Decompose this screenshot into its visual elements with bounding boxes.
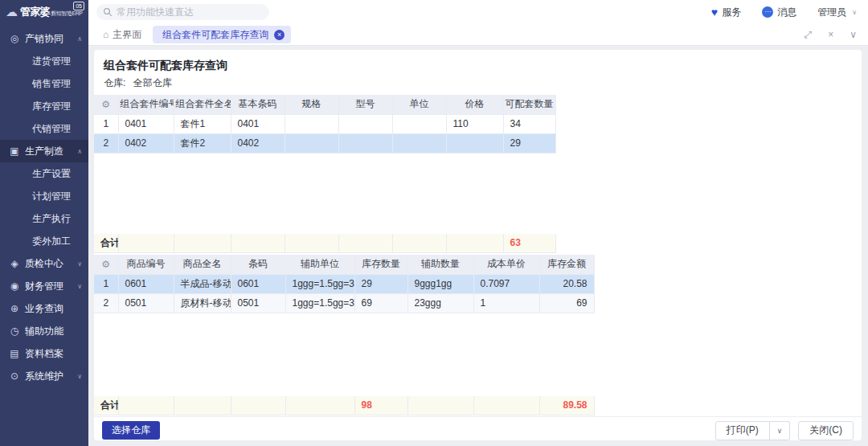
cell-price[interactable] xyxy=(446,133,503,153)
cell-model[interactable] xyxy=(338,133,392,153)
cell-stock-amount[interactable]: 20.58 xyxy=(539,274,594,293)
sidebar-section-quality-center[interactable]: ◈ 质检中心 ∨ xyxy=(0,252,88,275)
tab-kit-inventory-query[interactable]: 组合套件可配套库存查询 × xyxy=(153,26,291,43)
minimize-icon[interactable]: ∨ xyxy=(850,29,857,40)
row-index[interactable]: 2 xyxy=(94,133,118,153)
row-index[interactable]: 1 xyxy=(94,274,118,293)
detail-table-row-selected[interactable]: 1 0601 半成品-移动 0601 1ggg=1.5gg=3g 29 9ggg… xyxy=(94,274,594,293)
sidebar-nav: ◎ 产销协同 ∧ 进货管理 销售管理 库存管理 代销管理 ▣ 生产制造 ∧ 生产… xyxy=(0,27,88,387)
row-index[interactable]: 1 xyxy=(94,114,118,133)
sidebar-item-plan-mgmt[interactable]: 计划管理 xyxy=(0,185,88,207)
sidebar-item-purchase-mgmt[interactable]: 进货管理 xyxy=(0,50,88,72)
sidebar-section-manufacturing[interactable]: ▣ 生产制造 ∧ xyxy=(0,140,88,162)
collapse-icon[interactable]: ⤢ xyxy=(805,29,813,40)
app-logo[interactable]: ☁ 管家婆 辉煌智造ERP 05 xyxy=(0,0,88,24)
total-stock-qty: 98 xyxy=(354,396,407,415)
cell-barcode[interactable]: 0601 xyxy=(231,274,285,293)
close-button[interactable]: 关闭(C) xyxy=(798,421,854,440)
cell-product-code[interactable]: 0601 xyxy=(118,274,174,293)
column-settings-gear-icon[interactable]: ⚙ xyxy=(94,95,118,114)
sidebar-section-production-sales[interactable]: ◎ 产销协同 ∧ xyxy=(0,27,88,50)
sidebar-section-system-maintenance[interactable]: ⊙ 系统维护 ∨ xyxy=(0,365,88,387)
cell-kit-code[interactable]: 0401 xyxy=(118,114,174,133)
quick-search[interactable] xyxy=(96,4,269,20)
sidebar-item-sales-mgmt[interactable]: 销售管理 xyxy=(0,72,88,95)
print-button[interactable]: 打印(P) xyxy=(715,421,770,440)
cell-product-name[interactable]: 半成品-移动 xyxy=(174,274,231,293)
user-menu[interactable]: 管理员 ∨ xyxy=(817,6,857,19)
panel-head: 组合套件可配套库存查询 仓库: 全部仓库 xyxy=(94,50,862,92)
cell-kit-name[interactable]: 套件1 xyxy=(174,114,231,133)
kit-table-row-selected[interactable]: 2 0402 套件2 0402 29 xyxy=(94,133,555,153)
kit-table-row[interactable]: 1 0401 套件1 0401 110 34 xyxy=(94,114,555,133)
close-all-icon[interactable]: × xyxy=(828,29,833,40)
cell-available-qty[interactable]: 34 xyxy=(503,114,555,133)
detail-table-row[interactable]: 2 0501 原材料-移动 0501 1ggg=1.5gg=3g 69 23gg… xyxy=(94,293,594,313)
sidebar-item-consignment-mgmt[interactable]: 代销管理 xyxy=(0,117,88,140)
col-kit-code: 组合套件编号 xyxy=(118,95,174,114)
cell-spec[interactable] xyxy=(285,114,338,133)
cell-stock-qty[interactable]: 69 xyxy=(354,293,407,313)
message-menu[interactable]: ⋯ 消息 xyxy=(762,6,796,19)
sidebar-item-production-settings[interactable]: 生产设置 xyxy=(0,162,88,185)
cell-aux-qty[interactable]: 9ggg1gg xyxy=(407,274,473,293)
content-area: 组合套件可配套库存查询 仓库: 全部仓库 ⚙ 组合套件编号 xyxy=(88,46,868,446)
cell-aux-qty[interactable]: 23ggg xyxy=(407,293,473,313)
row-index[interactable]: 2 xyxy=(94,293,118,313)
cell-product-code[interactable]: 0501 xyxy=(118,293,174,313)
archive-icon: ▤ xyxy=(8,348,21,359)
col-stock-amount: 库存金额 xyxy=(539,255,594,274)
sidebar-section-aux-functions[interactable]: ◷ 辅助功能 xyxy=(0,320,88,342)
service-menu[interactable]: ♥ 服务 xyxy=(711,6,741,19)
heart-icon: ♥ xyxy=(711,6,718,18)
chevron-down-icon: ∨ xyxy=(852,9,857,16)
kit-table-header-row: ⚙ 组合套件编号 组合套件全名 基本条码 规格 型号 单位 价格 可配套数量 xyxy=(94,95,555,114)
cell-barcode[interactable]: 0501 xyxy=(231,293,285,313)
cell-kit-code[interactable]: 0402 xyxy=(118,133,174,153)
cell-aux-unit[interactable]: 1ggg=1.5gg=3g xyxy=(285,293,354,313)
col-product-name: 商品全名 xyxy=(174,255,231,274)
col-product-code: 商品编号 xyxy=(118,255,174,274)
kit-table-total-row: 合计 63 xyxy=(94,234,555,253)
sidebar-section-archives[interactable]: ▤ 资料档案 xyxy=(0,342,88,365)
detail-table: ⚙ 商品编号 商品全名 条码 辅助单位 库存数量 辅助数量 成本单价 库存金额 xyxy=(94,255,862,415)
cell-product-name[interactable]: 原材料-移动 xyxy=(174,293,231,313)
cell-model[interactable] xyxy=(338,114,392,133)
cell-spec[interactable] xyxy=(285,133,338,153)
cell-available-qty[interactable]: 29 xyxy=(503,133,555,153)
col-model: 型号 xyxy=(338,95,392,114)
cell-stock-qty[interactable]: 29 xyxy=(354,274,407,293)
detail-table-empty-space xyxy=(94,313,862,396)
cell-unit[interactable] xyxy=(392,133,446,153)
cell-unit-cost[interactable]: 0.7097 xyxy=(473,274,539,293)
sidebar-section-finance[interactable]: ◉ 财务管理 ∨ xyxy=(0,275,88,297)
tab-home[interactable]: ⌂ 主界面 xyxy=(103,28,141,42)
sidebar-item-outsourcing[interactable]: 委外加工 xyxy=(0,230,88,252)
cell-price[interactable]: 110 xyxy=(446,114,503,133)
cell-stock-amount[interactable]: 69 xyxy=(539,293,594,313)
panel-footer: 选择仓库 打印(P) ∨ 关闭(C) xyxy=(94,416,862,440)
collab-icon: ◎ xyxy=(8,33,21,44)
cell-aux-unit[interactable]: 1ggg=1.5gg=3g xyxy=(285,274,354,293)
sidebar-item-inventory-mgmt[interactable]: 库存管理 xyxy=(0,95,88,117)
print-dropdown-button[interactable]: ∨ xyxy=(770,421,791,440)
total-label: 合计 xyxy=(94,234,118,253)
cell-kit-name[interactable]: 套件2 xyxy=(174,133,231,153)
cell-unit[interactable] xyxy=(392,114,446,133)
cell-barcode[interactable]: 0401 xyxy=(231,114,285,133)
column-settings-gear-icon[interactable]: ⚙ xyxy=(94,255,118,274)
page-title: 组合套件可配套库存查询 xyxy=(104,56,852,74)
section-label: 质检中心 xyxy=(25,257,77,271)
sidebar-section-business-query[interactable]: ⊕ 业务查询 xyxy=(0,297,88,320)
tabbar: ⌂ 主界面 组合套件可配套库存查询 × ⤢ × ∨ xyxy=(88,24,868,46)
cell-unit-cost[interactable]: 1 xyxy=(473,293,539,313)
message-bubble-icon: ⋯ xyxy=(762,6,773,18)
search-input[interactable] xyxy=(117,6,263,18)
cloud-logo-icon: ☁ xyxy=(6,5,18,19)
sidebar-item-production-execution[interactable]: 生产执行 xyxy=(0,207,88,230)
tab-label: 组合套件可配套库存查询 xyxy=(162,28,268,42)
kit-table: ⚙ 组合套件编号 组合套件全名 基本条码 规格 型号 单位 价格 可配套数量 xyxy=(94,95,862,253)
cell-barcode[interactable]: 0402 xyxy=(231,133,285,153)
tab-close-icon[interactable]: × xyxy=(274,30,285,40)
select-warehouse-button[interactable]: 选择仓库 xyxy=(102,421,160,440)
